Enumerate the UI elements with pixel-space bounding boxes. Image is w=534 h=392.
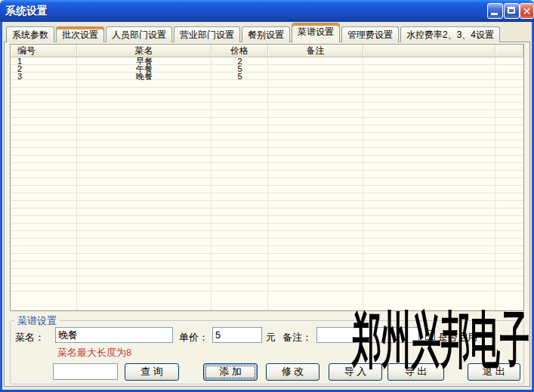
query-button[interactable]: 查 询 xyxy=(125,363,179,381)
table-row[interactable] xyxy=(11,95,523,103)
table-row[interactable] xyxy=(11,88,523,95)
remark-label: 备注： xyxy=(282,331,312,344)
menu-table-header: 编号菜名价格备注 xyxy=(11,45,523,57)
table-row[interactable] xyxy=(11,216,523,224)
table-row[interactable] xyxy=(11,186,523,193)
table-row[interactable] xyxy=(11,261,523,269)
minimize-button[interactable] xyxy=(487,3,503,19)
column-header-3[interactable]: 备注 xyxy=(268,45,363,57)
column-header-0[interactable]: 编号 xyxy=(11,45,77,57)
table-row[interactable] xyxy=(11,171,523,178)
table-row[interactable] xyxy=(11,118,523,125)
table-row[interactable] xyxy=(11,246,523,254)
table-row[interactable] xyxy=(11,178,523,186)
minimize-icon xyxy=(491,13,498,15)
table-cell: 早餐 xyxy=(77,57,211,65)
watermark-text: 郑州兴邦电子 xyxy=(352,310,529,370)
table-cell: 3 xyxy=(11,73,77,80)
table-row[interactable] xyxy=(11,110,523,118)
table-cell: 2 xyxy=(11,65,77,73)
table-row[interactable] xyxy=(11,133,523,140)
table-row[interactable] xyxy=(11,201,523,208)
table-row[interactable] xyxy=(11,163,523,171)
table-row[interactable] xyxy=(11,254,523,261)
tab-5[interactable]: 菜谱设置 xyxy=(292,23,340,42)
close-button[interactable]: ✕ xyxy=(520,3,534,19)
column-header-2[interactable]: 价格 xyxy=(211,45,268,57)
tab-6[interactable]: 管理费设置 xyxy=(341,26,399,42)
table-cell xyxy=(268,57,363,65)
table-cell xyxy=(268,73,363,80)
table-cell: 1 xyxy=(11,57,77,65)
window-title: 系统设置 xyxy=(5,5,48,18)
tab-1[interactable]: 批次设置 xyxy=(56,26,104,42)
table-row[interactable] xyxy=(11,80,523,88)
column-header-5[interactable] xyxy=(495,45,523,57)
tab-3[interactable]: 营业部门设置 xyxy=(174,26,240,42)
menu-table-body: 1早餐22午餐53晚餐5 xyxy=(11,57,523,311)
table-row[interactable] xyxy=(11,239,523,246)
modify-button[interactable]: 修 改 xyxy=(266,363,319,381)
table-row[interactable]: 1早餐2 xyxy=(11,57,523,65)
table-row[interactable]: 3晚餐5 xyxy=(11,73,523,80)
table-cell: 5 xyxy=(211,65,268,73)
table-row[interactable]: 2午餐5 xyxy=(11,65,523,73)
tab-4[interactable]: 餐别设置 xyxy=(242,26,290,42)
table-row[interactable] xyxy=(11,276,523,284)
menu-table[interactable]: 编号菜名价格备注 1早餐22午餐53晚餐5 xyxy=(10,44,524,311)
search-input[interactable] xyxy=(53,363,118,380)
maximize-button[interactable] xyxy=(504,3,520,19)
table-row[interactable] xyxy=(11,269,523,276)
close-icon: ✕ xyxy=(520,5,533,18)
dish-name-input[interactable] xyxy=(55,327,173,343)
table-row[interactable] xyxy=(11,125,523,133)
tab-2[interactable]: 人员部门设置 xyxy=(106,26,172,42)
table-row[interactable] xyxy=(11,156,523,163)
system-settings-window: 系统设置 ✕ 系统参数批次设置人员部门设置营业部门设置餐别设置菜谱设置管理费设置… xyxy=(0,0,534,392)
table-row[interactable] xyxy=(11,148,523,156)
tab-bar: 系统参数批次设置人员部门设置营业部门设置餐别设置菜谱设置管理费设置水控费率2、3… xyxy=(6,23,502,42)
table-row[interactable] xyxy=(11,284,523,292)
tab-7[interactable]: 水控费率2、3、4设置 xyxy=(400,26,500,42)
table-row[interactable] xyxy=(11,193,523,201)
yuan-unit-label: 元 xyxy=(266,331,276,344)
add-button[interactable]: 添 加 xyxy=(203,363,258,381)
dish-name-label: 菜名： xyxy=(15,331,45,344)
column-header-1[interactable]: 菜名 xyxy=(77,45,211,57)
maximize-icon xyxy=(508,7,515,14)
table-row[interactable] xyxy=(11,208,523,216)
groupbox-label: 菜谱设置 xyxy=(14,314,60,328)
table-cell: 午餐 xyxy=(77,65,211,73)
table-row[interactable] xyxy=(11,224,523,231)
table-row[interactable] xyxy=(11,231,523,239)
max-length-hint: 菜名最大长度为8 xyxy=(57,346,131,360)
table-row[interactable] xyxy=(11,140,523,148)
table-cell: 晚餐 xyxy=(77,73,211,80)
unit-price-input[interactable] xyxy=(212,327,262,343)
table-cell: 2 xyxy=(211,57,268,65)
title-bar: 系统设置 xyxy=(0,0,534,22)
table-row[interactable] xyxy=(11,103,523,110)
tab-0[interactable]: 系统参数 xyxy=(6,26,54,42)
table-cell xyxy=(268,65,363,73)
window-frame-left xyxy=(0,22,2,392)
table-cell: 5 xyxy=(211,73,268,80)
column-header-4[interactable] xyxy=(363,45,495,57)
unit-price-label: 单价： xyxy=(179,331,208,344)
